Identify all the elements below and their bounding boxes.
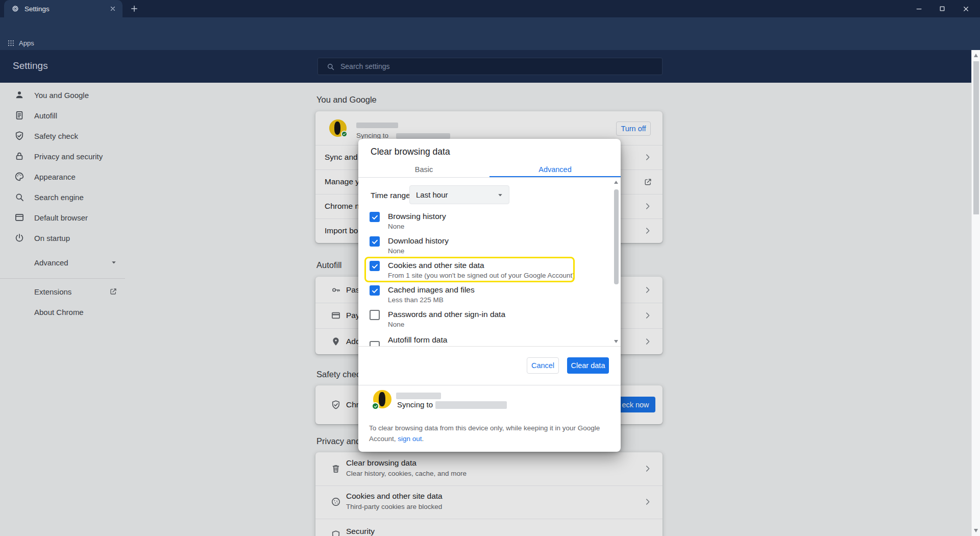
chevron-down-icon [496,190,505,200]
redacted-sync-target [435,401,507,409]
bookmarks-bar: Apps [0,36,980,50]
new-tab-button[interactable] [130,4,139,13]
settings-page: Settings Search settings You and Google … [0,50,980,536]
sync-ok-badge [372,402,379,410]
tab-title: Settings [24,5,109,13]
item-label: Cached images and files [388,285,621,295]
apps-grid-icon [7,39,15,47]
clear-data-button[interactable]: Clear data [567,357,609,374]
clear-browsing-data-dialog: Clear browsing data Basic Advanced Time … [358,139,621,452]
item-detail: None [388,321,621,329]
time-range-label: Time range [371,191,410,200]
row-cookies-and-site-data[interactable]: Cookies and other site data From 1 site … [358,260,621,280]
dialog-scroll-up-arrow[interactable] [614,181,618,184]
checkbox-cookies[interactable] [370,261,380,271]
tab-basic[interactable]: Basic [358,161,489,177]
checkbox-cached-images[interactable] [370,285,380,296]
dialog-scrollbar-thumb[interactable] [614,189,619,284]
item-label: Cookies and other site data [388,260,621,270]
dialog-footer-note: To clear browsing data from this device … [369,423,614,444]
time-range-value: Last hour [416,190,448,199]
active-tab-indicator [489,176,621,177]
dialog-title: Clear browsing data [371,147,450,157]
footer-text: . [422,435,424,443]
item-detail: None [388,247,621,255]
sign-out-link[interactable]: sign out [398,435,422,443]
item-detail: Less than 225 MB [388,296,621,304]
window-minimize-button[interactable] [915,5,923,13]
window-close-button[interactable] [962,5,970,13]
item-label: Browsing history [388,211,621,221]
dialog-scroll-area: Time range Last hour Browsing history No… [358,178,621,347]
checkbox-passwords[interactable] [370,310,380,320]
redacted-account-name [396,393,441,399]
row-cached-images[interactable]: Cached images and files Less than 225 MB [358,285,621,304]
tab-close-icon[interactable] [109,5,116,12]
browser-toolbar: Chrome chrome://settings/clearBrowserDat… [0,17,980,36]
dialog-divider [358,385,621,385]
item-label: Autofill form data [388,335,621,345]
checkbox-download-history[interactable] [370,236,380,247]
item-label: Download history [388,236,621,246]
row-browsing-history[interactable]: Browsing history None [358,211,621,231]
dialog-tabs: Basic Advanced [358,161,621,178]
window-maximize-button[interactable] [939,5,946,12]
row-passwords-signin[interactable]: Passwords and other sign-in data None [358,309,621,329]
browser-tab-bar: Settings [0,0,980,17]
browser-tab-settings[interactable]: Settings [4,0,122,17]
cancel-button[interactable]: Cancel [527,357,559,374]
scroll-up-arrow[interactable] [974,54,978,57]
row-download-history[interactable]: Download history None [358,236,621,255]
apps-shortcut[interactable]: Apps [19,39,34,47]
syncing-to-label: Syncing to [397,400,433,409]
tab-advanced[interactable]: Advanced [489,161,621,177]
time-range-select[interactable]: Last hour [409,185,509,204]
page-scrollbar-thumb[interactable] [973,61,979,214]
dialog-scroll-down-arrow[interactable] [614,340,618,343]
item-label: Passwords and other sign-in data [388,309,621,319]
item-detail: None [388,223,621,231]
item-detail: From 1 site (you won't be signed out of … [388,272,621,280]
checkbox-autofill-form-data[interactable] [370,341,380,347]
checkbox-browsing-history[interactable] [370,212,380,222]
settings-gear-favicon [11,5,19,13]
scroll-down-arrow[interactable] [974,529,978,532]
page-scrollbar[interactable] [971,50,980,536]
row-autofill-form-data[interactable]: Autofill form data [358,335,621,346]
